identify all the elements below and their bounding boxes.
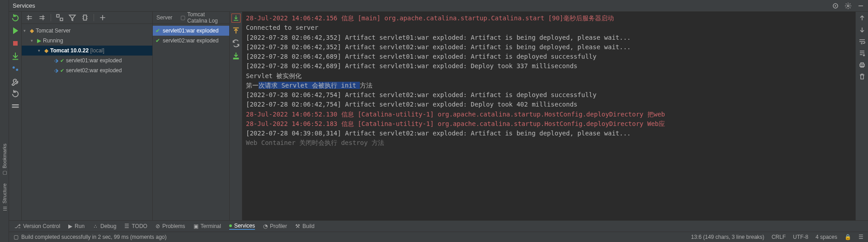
chevron-down-icon: ▾ [24, 28, 28, 33]
tab-todo[interactable]: ☰TODO [124, 223, 147, 229]
console-line: [2022-07-28 02:06:42,352] Artifact servl… [246, 43, 631, 51]
tree-label: Tomcat 10.0.22 [local] [50, 47, 104, 54]
status-left: ▢ Build completed successfully in 2 sec,… [14, 234, 166, 240]
status-encoding[interactable]: UTF-8 [793, 234, 808, 240]
tab-label: Run [75, 223, 85, 229]
svg-rect-11 [60, 18, 63, 21]
tab-services[interactable]: Services [229, 223, 255, 230]
artifact-icon: ⬗ [54, 67, 58, 74]
tab-server[interactable]: Server [156, 14, 172, 21]
arrow-up-icon[interactable] [859, 14, 866, 22]
separator [51, 14, 51, 21]
console-output[interactable]: 28-Jul-2022 14:06:42.156 信息 [main] org.a… [242, 12, 855, 220]
wrench-icon[interactable] [11, 77, 20, 86]
artifact-list-panel: Server ▢ Tomcat Catalina Log ✔ servlet01… [153, 12, 230, 220]
expand-all-icon[interactable] [25, 14, 33, 22]
collapse-icon[interactable]: ▢ [14, 234, 19, 240]
services-tree[interactable]: ▾ ◆ Tomcat Server ▾ ▶ Running ▾ ◆ Tomcat… [22, 24, 152, 220]
tab-profiler[interactable]: ◔Profiler [263, 223, 287, 229]
vtab-label: Structure [2, 183, 7, 204]
minimize-icon[interactable] [857, 2, 864, 9]
console-line: 28-Jul-2022 14:06:52.183 信息 [Catalina-ut… [246, 120, 665, 127]
sync-icon[interactable] [231, 39, 241, 48]
tab-problems[interactable]: ⊘Problems [156, 223, 185, 229]
breakpoint-icon[interactable] [11, 64, 20, 73]
add-icon[interactable] [99, 14, 107, 22]
tab-run[interactable]: ▶Run [68, 223, 85, 229]
undeploy-icon[interactable] [231, 26, 241, 35]
tab-debug[interactable]: ⛬Debug [93, 223, 116, 229]
tab-build[interactable]: ⚒Build [295, 223, 315, 229]
titlebar-actions [832, 2, 864, 9]
tree-node-artifact[interactable]: ⬗ ✔ servlet02:war exploded [22, 65, 152, 75]
rerun-icon[interactable] [11, 14, 20, 23]
artifact-list: ✔ servlet01:war exploded ✔ servlet02:war… [153, 24, 229, 47]
artifact-label: servlet01:war exploded [163, 28, 218, 34]
console-action-column [230, 12, 242, 220]
notification-icon[interactable]: ☰ [859, 234, 863, 240]
tree-label: Running [43, 37, 63, 44]
status-eol[interactable]: CRLF [772, 234, 786, 240]
tomcat-icon: ◆ [44, 47, 48, 54]
print-icon[interactable] [859, 61, 866, 69]
svg-rect-9 [12, 107, 19, 108]
console-line: 28-Jul-2022 14:06:52.130 信息 [Catalina-ut… [246, 111, 665, 118]
deploy-icon[interactable] [11, 51, 20, 60]
structure-icon: ☰ [1, 205, 7, 211]
tab-label: Terminal [201, 223, 221, 229]
status-dot-icon [229, 224, 232, 227]
terminal-icon: ▣ [193, 223, 198, 229]
status-position[interactable]: 13:6 (149 chars, 3 line breaks) [691, 234, 764, 240]
tree-node-config[interactable]: ▾ ◆ Tomcat 10.0.22 [local] [22, 46, 152, 56]
tab-terminal[interactable]: ▣Terminal [193, 223, 221, 229]
check-icon: ✔ [156, 37, 160, 44]
tree-node-running[interactable]: ▾ ▶ Running [22, 36, 152, 46]
services-tree-panel: ▾ ◆ Tomcat Server ▾ ▶ Running ▾ ◆ Tomcat… [22, 12, 153, 220]
target-icon[interactable] [832, 2, 839, 9]
tree-label: servlet02:war exploded [66, 67, 122, 74]
scroll-end-icon[interactable] [859, 50, 866, 57]
artifact-icon: ⬗ [54, 57, 58, 64]
list-icon: ☰ [124, 223, 129, 229]
hammer-icon: ⚒ [295, 223, 300, 229]
bookmark-icon: ▢ [1, 170, 7, 176]
gear-icon[interactable] [844, 2, 852, 9]
tab-label: Profiler [270, 223, 287, 229]
tab-version-control[interactable]: ⎇Version Control [14, 223, 60, 229]
tab-label: Debug [100, 223, 116, 229]
refresh-icon[interactable] [11, 89, 20, 98]
console-line: Connected to server [246, 24, 318, 31]
deploy-icon[interactable] [231, 14, 241, 23]
console-line: [2022-07-28 02:06:42,754] Artifact servl… [246, 101, 577, 108]
collapse-all-icon[interactable] [38, 14, 46, 22]
tree-label: servlet01:war exploded [66, 57, 122, 64]
artifact-row[interactable]: ✔ servlet01:war exploded [153, 26, 229, 36]
vtab-structure[interactable]: ☰ Structure [0, 180, 8, 215]
soft-wrap-icon[interactable] [859, 38, 866, 45]
trash-icon[interactable] [859, 73, 866, 80]
link-icon[interactable] [81, 14, 89, 22]
arrow-down-icon[interactable] [859, 26, 866, 33]
stop-icon[interactable] [11, 39, 20, 48]
status-bar: ▢ Build completed successfully in 2 sec,… [9, 232, 868, 242]
status-message: Build completed successfully in 2 sec, 9… [21, 234, 166, 240]
vtab-bookmarks[interactable]: ▢ Bookmarks [0, 140, 8, 180]
left-vertical-tabstrip: ▢ Bookmarks ☰ Structure [0, 0, 9, 242]
console-line: Web Container 关闭时会执行 destroy 方法 [246, 139, 384, 146]
status-indent[interactable]: 4 spaces [816, 234, 837, 240]
group-icon[interactable] [56, 14, 64, 22]
filter-icon[interactable] [68, 14, 76, 22]
tab-catalina-log[interactable]: ▢ Tomcat Catalina Log [180, 11, 226, 24]
tree-node-artifact[interactable]: ⬗ ✔ servlet01:war exploded [22, 56, 152, 65]
svg-point-1 [835, 5, 836, 6]
check-icon: ✔ [156, 28, 160, 34]
lock-icon[interactable]: 🔒 [844, 234, 851, 240]
layout-icon[interactable] [11, 102, 20, 111]
tree-node-tomcat-server[interactable]: ▾ ◆ Tomcat Server [22, 26, 152, 36]
console-line: 方法 [360, 82, 373, 89]
download-icon[interactable] [231, 51, 241, 60]
artifact-row[interactable]: ✔ servlet02:war exploded [153, 36, 229, 46]
run-icon[interactable] [11, 26, 20, 35]
svg-rect-14 [233, 58, 239, 60]
bug-icon: ⛬ [93, 223, 98, 229]
